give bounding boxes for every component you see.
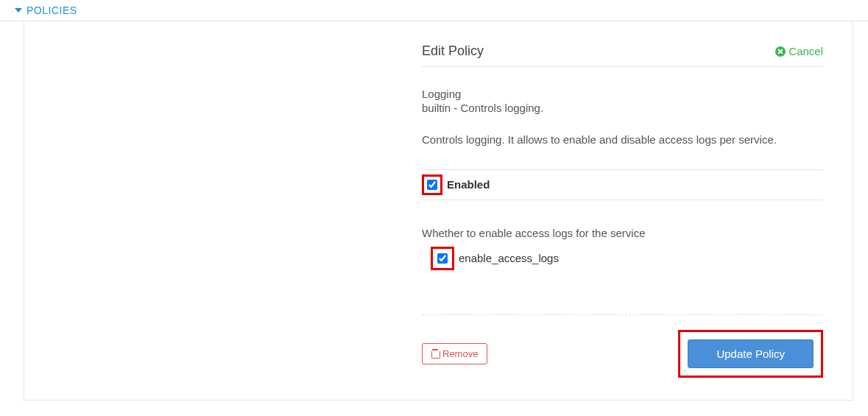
update-policy-button[interactable]: Update Policy [688, 339, 814, 368]
panel-body: Edit Policy Cancel Logging builtin - Con… [24, 21, 853, 401]
section-header-policies[interactable]: POLICIES [0, 0, 868, 21]
policy-description: Controls logging. It allows to enable an… [422, 132, 823, 149]
enabled-row: Enabled [422, 169, 823, 200]
remove-label: Remove [442, 348, 478, 359]
field-description: Whether to enable access logs for the se… [422, 227, 823, 239]
caret-down-icon [15, 8, 22, 13]
highlight-update-button: Update Policy [678, 330, 823, 378]
enable-access-logs-checkbox[interactable] [437, 253, 448, 264]
policy-name: Logging [422, 88, 823, 100]
cancel-icon [775, 46, 786, 57]
field-name: enable_access_logs [459, 252, 559, 264]
footer-actions: Remove Update Policy [422, 314, 823, 378]
remove-button[interactable]: Remove [422, 343, 487, 364]
enabled-label: Enabled [447, 178, 490, 191]
enabled-checkbox[interactable] [427, 180, 437, 190]
policy-subtitle: builtin - Controls logging. [422, 102, 823, 114]
highlight-enabled-checkbox [422, 174, 442, 195]
page-title: Edit Policy [422, 43, 484, 59]
section-title: POLICIES [27, 4, 77, 16]
cancel-label: Cancel [788, 45, 823, 57]
highlight-field-checkbox [431, 247, 454, 270]
cancel-button[interactable]: Cancel [775, 45, 823, 57]
trash-icon [431, 349, 439, 358]
field-row: enable_access_logs [422, 247, 823, 270]
